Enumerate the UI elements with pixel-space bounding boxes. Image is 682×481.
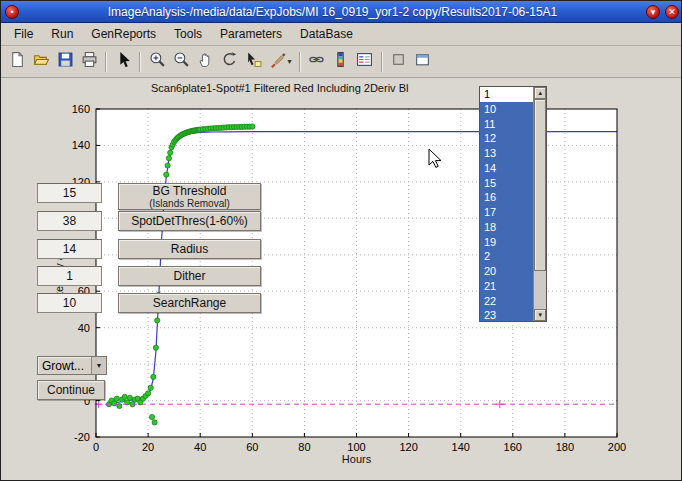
menu-database[interactable]: DataBase xyxy=(291,24,362,44)
save-button[interactable] xyxy=(53,50,77,74)
spot-list-item[interactable]: 1 xyxy=(480,87,533,102)
radius-button[interactable]: Radius xyxy=(118,239,261,259)
toolbar-separator xyxy=(381,52,383,72)
spot-number-list: 110111213141516171819220212223 ▲ ▼ xyxy=(479,86,547,322)
print-icon xyxy=(81,51,98,72)
dither-label: Dither xyxy=(173,269,205,283)
mouse-cursor xyxy=(428,148,442,173)
spot-list-scrollbar[interactable]: ▲ ▼ xyxy=(533,87,546,321)
spot-list-item[interactable]: 11 xyxy=(480,117,533,132)
menu-genreports[interactable]: GenReports xyxy=(82,24,165,44)
zoom-out-icon xyxy=(173,51,190,72)
svg-text:40: 40 xyxy=(78,322,90,334)
radius-label: Radius xyxy=(171,242,208,256)
spot-list-item[interactable]: 19 xyxy=(480,235,533,250)
brush-dropdown-icon[interactable]: ▼ xyxy=(286,58,293,65)
searchrange-label: SearchRange xyxy=(153,296,226,310)
spot-list-item[interactable]: 18 xyxy=(480,220,533,235)
new-document-icon xyxy=(9,51,26,72)
open-folder-icon xyxy=(33,51,50,72)
searchrange-input[interactable] xyxy=(37,293,102,313)
svg-text:200: 200 xyxy=(608,441,626,453)
menu-run[interactable]: Run xyxy=(42,24,82,44)
window-menu-button[interactable]: • xyxy=(5,5,19,19)
close-icon: ✕ xyxy=(668,7,676,17)
bg-threshold-input[interactable] xyxy=(37,183,102,203)
menu-bar: File Run GenReports Tools Parameters Dat… xyxy=(1,23,682,46)
toolbar: ▼ xyxy=(1,46,682,78)
scroll-up-button[interactable]: ▲ xyxy=(534,87,546,99)
new-figure-button[interactable] xyxy=(5,50,29,74)
spot-list-item[interactable]: 12 xyxy=(480,131,533,146)
spot-list-item[interactable]: 23 xyxy=(480,308,533,321)
dock-figure-button[interactable] xyxy=(411,50,435,74)
open-button[interactable] xyxy=(29,50,53,74)
bg-threshold-button[interactable]: BG Threshold(Islands Removal) xyxy=(118,183,261,210)
minimize-icon: ▾ xyxy=(651,7,656,17)
spot-list-item[interactable]: 14 xyxy=(480,161,533,176)
spot-list-item[interactable]: 17 xyxy=(480,205,533,220)
insert-colorbar-icon xyxy=(332,51,349,72)
spot-list-item[interactable]: 22 xyxy=(480,294,533,309)
data-cursor-button[interactable] xyxy=(241,50,265,74)
title-bar: • ImageAnalysis-/media/data/ExpJobs/MI 1… xyxy=(1,1,682,23)
window-title: ImageAnalysis-/media/data/ExpJobs/MI 16_… xyxy=(19,5,646,19)
growth-dropdown[interactable]: Growt... ▼ xyxy=(37,356,107,375)
pan-hand-icon xyxy=(197,51,214,72)
zoom-out-button[interactable] xyxy=(169,50,193,74)
spot-list-item[interactable]: 13 xyxy=(480,146,533,161)
rotate3d-button[interactable] xyxy=(217,50,241,74)
zoom-in-button[interactable] xyxy=(145,50,169,74)
bg-threshold-label: BG Threshold xyxy=(153,184,227,198)
spot-list-item[interactable]: 16 xyxy=(480,190,533,205)
continue-label: Continue xyxy=(47,383,95,397)
spot-list-rows: 110111213141516171819220212223 xyxy=(480,87,533,321)
searchrange-button[interactable]: SearchRange xyxy=(118,293,261,313)
svg-text:140: 140 xyxy=(72,139,90,151)
toolbar-separator xyxy=(299,52,301,72)
spot-list-item[interactable]: 20 xyxy=(480,264,533,279)
spot-list-item[interactable]: 21 xyxy=(480,279,533,294)
save-floppy-icon xyxy=(57,51,74,72)
rotate-3d-icon xyxy=(221,51,238,72)
dither-input[interactable] xyxy=(37,266,102,286)
close-button[interactable]: ✕ xyxy=(665,5,679,19)
spot-list-item[interactable]: 2 xyxy=(480,249,533,264)
spotdetthres-button[interactable]: SpotDetThres(1-60%) xyxy=(118,211,261,231)
svg-text:20: 20 xyxy=(142,441,154,453)
app-window: • ImageAnalysis-/media/data/ExpJobs/MI 1… xyxy=(0,0,682,481)
insert-legend-icon xyxy=(356,51,373,72)
chevron-down-icon: ▼ xyxy=(91,357,106,374)
insert-colorbar-button[interactable] xyxy=(329,50,353,74)
hide-plot-tools-icon xyxy=(390,51,407,72)
print-button[interactable] xyxy=(77,50,101,74)
spotdetthres-input[interactable] xyxy=(37,211,102,231)
menu-parameters[interactable]: Parameters xyxy=(211,24,291,44)
pan-button[interactable] xyxy=(193,50,217,74)
dither-button[interactable]: Dither xyxy=(118,266,261,286)
menu-tools[interactable]: Tools xyxy=(165,24,211,44)
link-plots-button[interactable] xyxy=(305,50,329,74)
svg-text:-20: -20 xyxy=(74,431,90,443)
pointer-tool-button[interactable] xyxy=(111,50,135,74)
continue-button[interactable]: Continue xyxy=(37,380,105,400)
brush-icon xyxy=(269,51,286,72)
insert-legend-button[interactable] xyxy=(353,50,377,74)
spot-list-item[interactable]: 15 xyxy=(480,176,533,191)
svg-text:0: 0 xyxy=(93,441,99,453)
radius-input[interactable] xyxy=(37,239,102,259)
spot-list-item[interactable]: 10 xyxy=(480,102,533,117)
svg-text:160: 160 xyxy=(504,441,522,453)
menu-file[interactable]: File xyxy=(5,24,42,44)
svg-text:40: 40 xyxy=(194,441,206,453)
dock-figure-icon xyxy=(414,51,431,72)
scroll-down-button[interactable]: ▼ xyxy=(534,309,546,321)
pointer-icon xyxy=(115,51,132,72)
svg-text:180: 180 xyxy=(556,441,574,453)
minimize-button[interactable]: ▾ xyxy=(646,5,660,19)
growth-dropdown-value: Growt... xyxy=(38,359,91,373)
data-cursor-icon xyxy=(245,51,262,72)
scrollbar-thumb[interactable] xyxy=(534,99,546,271)
hide-plot-tools-button[interactable] xyxy=(387,50,411,74)
svg-text:140: 140 xyxy=(452,441,470,453)
